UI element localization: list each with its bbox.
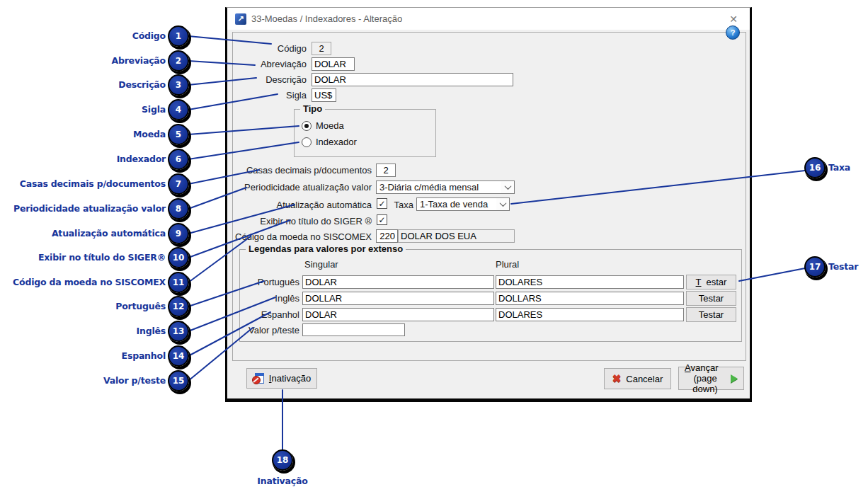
periodicidade-select[interactable]: 3-Diária c/média mensal (376, 180, 515, 194)
annotation-label-abreviacao: Abreviação (111, 55, 166, 67)
annotation-label-indexador: Indexador (117, 154, 166, 165)
codigo-field (312, 42, 331, 55)
legendas-group: Legendas para valores por extenso Singul… (239, 249, 742, 342)
periodicidade-value: 3-Diária c/média mensal (379, 182, 479, 193)
atualizacao-automatica-checkbox[interactable]: ✓ (377, 198, 387, 209)
testar-espanhol-button[interactable]: Testar (686, 307, 736, 322)
check-icon: ✓ (378, 216, 385, 224)
espanhol-singular-field[interactable] (302, 308, 494, 321)
annotation-badge-1: 1 (168, 25, 189, 47)
annotation-label-inativacao: Inativação (257, 476, 307, 487)
title-bar: ↗ 33-Moedas / Indexadores - Alteração ✕ (227, 8, 750, 30)
annotation-badge-9: 9 (168, 223, 189, 244)
testar-portugues-button[interactable]: Testar (686, 275, 736, 289)
annotation-label-periodicidade: Periodicidade atualização valor (13, 203, 166, 214)
taxa-label: Taxa (390, 200, 413, 211)
abreviacao-label: Abreviação (233, 59, 307, 70)
valor-teste-label: Valor p/teste (240, 325, 299, 336)
annotation-label-ingles: Inglês (136, 326, 166, 337)
siscomex-code-field[interactable] (376, 229, 398, 243)
cancel-x-icon: ✖ (612, 372, 622, 385)
inactivation-icon (253, 373, 264, 384)
radio-indexador-label: Indexador (316, 137, 357, 147)
annotation-badge-8: 8 (168, 198, 189, 219)
annotation-badge-12: 12 (168, 296, 189, 317)
atualizacao-automatica-label: Atualização automática (233, 200, 372, 211)
annotation-label-codigo: Código (132, 30, 166, 42)
help-icon[interactable]: ? (726, 25, 740, 40)
plural-column-header: Plural (496, 259, 519, 270)
ingles-plural-field[interactable] (496, 292, 684, 305)
form-panel: Código Abreviação Descrição Sigla Tipo M… (232, 32, 746, 361)
window-title: 33-Moedas / Indexadores - Alteração (251, 13, 402, 24)
forward-arrow-icon (731, 374, 738, 383)
annotation-badge-17: 17 (804, 256, 826, 277)
exibir-titulo-label: Exibir no título do SIGER ® (233, 216, 372, 227)
annotation-label-atualizacao: Atualização automática (52, 228, 166, 239)
check-icon: ✓ (378, 200, 385, 208)
sigla-field[interactable] (312, 88, 336, 102)
annotation-badge-11: 11 (168, 272, 189, 293)
annotation-badge-2: 2 (168, 50, 189, 71)
cancelar-button[interactable]: ✖ Cancelar (604, 368, 671, 389)
taxa-select[interactable]: 1-Taxa de venda (416, 197, 510, 211)
radio-indexador-icon[interactable] (302, 137, 312, 147)
periodicidade-label: Periodicidade atualização valor (233, 182, 372, 193)
exibir-titulo-checkbox[interactable]: ✓ (377, 214, 387, 225)
abreviacao-field[interactable] (312, 57, 355, 71)
annotation-label-moeda: Moeda (133, 129, 166, 140)
portugues-plural-field[interactable] (496, 275, 684, 289)
espanhol-label: Espanhol (240, 309, 299, 321)
annotation-badge-3: 3 (168, 74, 189, 96)
annotation-badge-16: 16 (804, 157, 826, 178)
annotation-label-valor-teste: Valor p/teste (103, 375, 166, 386)
sigla-label: Sigla (233, 90, 307, 101)
annotation-badge-14: 14 (168, 345, 189, 367)
tipo-group: Tipo Moeda Indexador (294, 109, 436, 157)
radio-indexador[interactable]: Indexador (302, 137, 357, 147)
casas-decimais-label: Casas decimais p/documentos (233, 165, 372, 176)
tipo-group-title: Tipo (300, 103, 325, 114)
annotation-label-sigla: Sigla (142, 104, 166, 115)
annotation-badge-4: 4 (168, 99, 189, 120)
annotation-label-taxa: Taxa (828, 162, 850, 173)
chevron-down-icon[interactable] (496, 198, 509, 210)
chevron-down-icon[interactable] (501, 181, 514, 193)
avancar-button[interactable]: Avançar (page down) (678, 367, 744, 390)
ingles-label: Inglês (240, 293, 299, 304)
annotation-label-exibir: Exibir no título do SIGER® (38, 252, 166, 263)
portugues-label: Português (240, 277, 299, 288)
annotation-label-casas: Casas decimais p/documentos (20, 178, 166, 190)
annotation-label-espanhol: Espanhol (122, 350, 166, 362)
descricao-field[interactable] (312, 73, 513, 86)
casas-decimais-field[interactable] (376, 164, 396, 177)
radio-moeda-icon[interactable] (302, 121, 312, 131)
annotation-label-descricao: Descrição (118, 79, 166, 91)
ingles-singular-field[interactable] (302, 292, 494, 305)
legendas-group-title: Legendas para valores por extenso (246, 243, 406, 254)
singular-column-header: Singular (304, 259, 338, 270)
annotation-badge-6: 6 (168, 149, 189, 170)
radio-moeda[interactable]: Moeda (302, 120, 344, 131)
annotation-badge-18: 18 (272, 449, 293, 471)
portugues-singular-field[interactable] (302, 275, 494, 289)
annotation-badge-10: 10 (168, 247, 189, 268)
siscomex-description-field (398, 229, 515, 243)
valor-teste-field[interactable] (302, 323, 405, 336)
espanhol-plural-field[interactable] (496, 308, 684, 321)
close-icon[interactable]: ✕ (727, 13, 740, 25)
annotation-badge-15: 15 (168, 370, 189, 391)
testar-ingles-button[interactable]: Testar (686, 291, 736, 306)
annotation-label-testar: Testar (828, 261, 858, 273)
radio-moeda-label: Moeda (316, 120, 344, 131)
annotation-label-portugues: Português (115, 301, 166, 312)
taxa-value: 1-Taxa de venda (420, 199, 488, 210)
siscomex-label: Código da moeda no SISCOMEX (233, 231, 372, 243)
annotation-badge-5: 5 (168, 124, 189, 145)
annotation-label-siscomex: Código da moeda no SISCOMEX (13, 277, 166, 288)
annotation-badge-13: 13 (168, 321, 189, 342)
inativacao-button[interactable]: Inativação (246, 368, 317, 389)
app-icon: ↗ (235, 13, 246, 25)
annotated-screenshot: ↗ 33-Moedas / Indexadores - Alteração ✕ … (0, 0, 868, 499)
codigo-label: Código (233, 43, 307, 55)
